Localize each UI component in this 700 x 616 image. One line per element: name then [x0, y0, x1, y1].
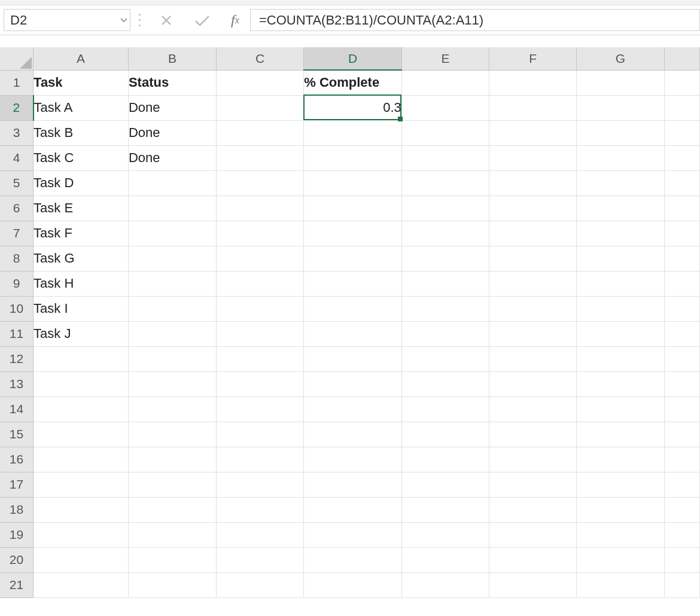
cell-edge-8[interactable] — [664, 246, 699, 271]
row-header-7[interactable]: 7 — [0, 221, 34, 246]
row-header-15[interactable]: 15 — [0, 422, 34, 447]
cell-E1[interactable] — [401, 70, 489, 95]
cell-edge-18[interactable] — [664, 497, 699, 522]
cell-F20[interactable] — [489, 547, 577, 572]
cell-E10[interactable] — [401, 296, 489, 321]
cell-F14[interactable] — [489, 397, 577, 422]
cell-edge-21[interactable] — [664, 572, 699, 597]
cell-F5[interactable] — [489, 170, 577, 196]
cell-G6[interactable] — [577, 196, 664, 221]
cell-C15[interactable] — [216, 422, 303, 447]
row-header-11[interactable]: 11 — [0, 321, 34, 346]
cell-D2[interactable]: 0.3 — [304, 95, 402, 120]
cell-F1[interactable] — [489, 70, 577, 95]
cell-D11[interactable] — [304, 321, 402, 346]
row-header-18[interactable]: 18 — [0, 497, 34, 522]
cell-F8[interactable] — [489, 246, 577, 271]
cell-C12[interactable] — [216, 346, 303, 371]
cell-C18[interactable] — [216, 497, 303, 522]
cell-edge-2[interactable] — [664, 95, 699, 120]
cell-D4[interactable] — [304, 145, 402, 170]
cell-F18[interactable] — [489, 497, 577, 522]
cell-C16[interactable] — [216, 447, 303, 472]
cell-G14[interactable] — [577, 397, 664, 422]
cell-G12[interactable] — [577, 346, 664, 371]
cell-edge-4[interactable] — [664, 145, 699, 170]
cell-B10[interactable] — [128, 296, 216, 321]
cell-edge-19[interactable] — [664, 522, 699, 547]
cell-G5[interactable] — [577, 170, 664, 196]
cell-A3[interactable]: Task B — [34, 120, 129, 145]
cell-G1[interactable] — [577, 70, 664, 95]
cell-E18[interactable] — [401, 497, 489, 522]
cell-B7[interactable] — [128, 221, 216, 246]
cell-G21[interactable] — [577, 572, 664, 597]
cell-edge-5[interactable] — [664, 170, 699, 196]
cell-F2[interactable] — [489, 95, 577, 120]
cell-G13[interactable] — [577, 371, 664, 397]
cell-C20[interactable] — [216, 547, 303, 572]
cell-B14[interactable] — [128, 397, 216, 422]
column-header-C[interactable]: C — [216, 47, 303, 70]
cell-C14[interactable] — [216, 397, 303, 422]
cell-C19[interactable] — [216, 522, 303, 547]
cell-edge-17[interactable] — [664, 472, 699, 497]
cell-E14[interactable] — [401, 397, 489, 422]
cell-C2[interactable] — [216, 95, 303, 120]
cell-E15[interactable] — [401, 422, 489, 447]
cell-C13[interactable] — [216, 371, 303, 397]
cell-A19[interactable] — [34, 522, 129, 547]
cell-D20[interactable] — [304, 547, 402, 572]
cell-A15[interactable] — [34, 422, 129, 447]
cell-C21[interactable] — [216, 572, 303, 597]
cell-E4[interactable] — [401, 145, 489, 170]
cell-F10[interactable] — [489, 296, 577, 321]
cell-D1[interactable]: % Complete — [304, 70, 402, 95]
cell-G19[interactable] — [577, 522, 664, 547]
cell-edge-1[interactable] — [664, 70, 699, 95]
select-all-corner[interactable] — [0, 47, 34, 70]
cell-E21[interactable] — [401, 572, 489, 597]
cell-D3[interactable] — [304, 120, 402, 145]
name-box[interactable] — [4, 9, 130, 31]
cell-B19[interactable] — [128, 522, 216, 547]
cell-B13[interactable] — [128, 371, 216, 397]
cell-G10[interactable] — [577, 296, 664, 321]
formula-input-wrap[interactable] — [250, 9, 700, 31]
cell-C17[interactable] — [216, 472, 303, 497]
row-header-5[interactable]: 5 — [0, 170, 34, 196]
column-header-A[interactable]: A — [34, 47, 129, 70]
cell-A6[interactable]: Task E — [34, 196, 129, 221]
row-header-2[interactable]: 2 — [0, 95, 34, 120]
row-header-9[interactable]: 9 — [0, 271, 34, 296]
cell-C5[interactable] — [216, 170, 303, 196]
cell-B8[interactable] — [128, 246, 216, 271]
column-header-G[interactable]: G — [577, 47, 664, 70]
cell-E6[interactable] — [401, 196, 489, 221]
row-header-12[interactable]: 12 — [0, 346, 34, 371]
cell-B1[interactable]: Status — [128, 70, 216, 95]
cell-C9[interactable] — [216, 271, 303, 296]
cell-B21[interactable] — [128, 572, 216, 597]
cell-edge-6[interactable] — [664, 196, 699, 221]
cell-C3[interactable] — [216, 120, 303, 145]
cell-A1[interactable]: Task — [34, 70, 129, 95]
worksheet-grid[interactable]: ABCDEFG1TaskStatus% Complete2Task ADone0… — [0, 47, 700, 598]
cell-D14[interactable] — [304, 397, 402, 422]
cell-edge-10[interactable] — [664, 296, 699, 321]
name-box-input[interactable] — [4, 13, 118, 28]
cell-F21[interactable] — [489, 572, 577, 597]
cell-B15[interactable] — [128, 422, 216, 447]
cell-edge-13[interactable] — [664, 371, 699, 397]
cell-B12[interactable] — [128, 346, 216, 371]
cell-A20[interactable] — [34, 547, 129, 572]
cell-B17[interactable] — [128, 472, 216, 497]
cell-D8[interactable] — [304, 246, 402, 271]
cell-C8[interactable] — [216, 246, 303, 271]
cell-D7[interactable] — [304, 221, 402, 246]
cell-D18[interactable] — [304, 497, 402, 522]
cell-A13[interactable] — [34, 371, 129, 397]
cell-E8[interactable] — [401, 246, 489, 271]
cell-F6[interactable] — [489, 196, 577, 221]
cell-edge-3[interactable] — [664, 120, 699, 145]
